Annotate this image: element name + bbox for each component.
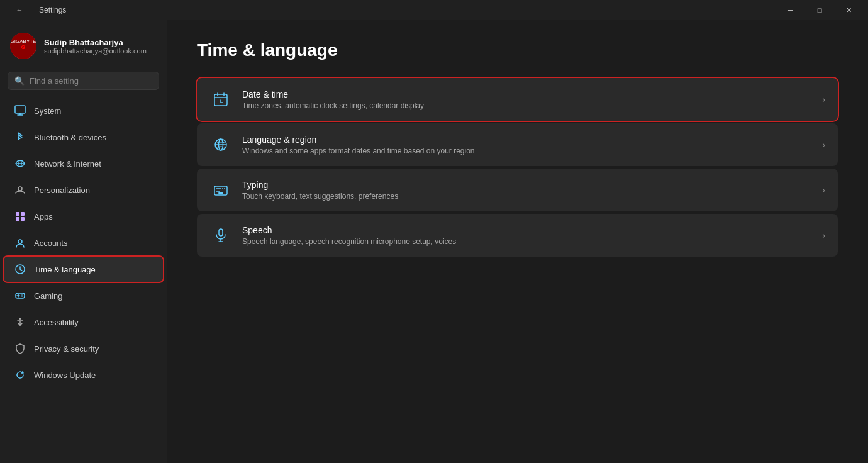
system-icon bbox=[14, 104, 26, 117]
svg-point-13 bbox=[18, 240, 22, 243]
sidebar-label-accessibility: Accessibility bbox=[34, 318, 79, 327]
avatar: GIGABYTE G bbox=[10, 33, 36, 59]
bluetooth-icon bbox=[14, 131, 26, 143]
sidebar-label-privacy: Privacy & security bbox=[34, 344, 99, 354]
sidebar-item-gaming[interactable]: Gaming bbox=[4, 283, 163, 308]
privacy-icon bbox=[14, 342, 26, 355]
svg-rect-9 bbox=[16, 212, 19, 216]
svg-rect-10 bbox=[21, 212, 25, 216]
sidebar-label-bluetooth: Bluetooth & devices bbox=[34, 133, 106, 142]
search-box[interactable]: 🔍 bbox=[8, 72, 159, 90]
titlebar-controls: ─ □ ✕ bbox=[776, 0, 863, 20]
speech-chevron: › bbox=[822, 230, 825, 240]
card-date-time[interactable]: Date & time Time zones, automatic clock … bbox=[197, 78, 838, 121]
sidebar-item-time[interactable]: Time & language bbox=[4, 257, 163, 282]
sidebar-label-accounts: Accounts bbox=[34, 238, 67, 248]
sidebar-item-bluetooth[interactable]: Bluetooth & devices bbox=[4, 125, 163, 150]
minimize-button[interactable]: ─ bbox=[776, 0, 805, 20]
svg-point-19 bbox=[21, 296, 23, 297]
maximize-button[interactable]: □ bbox=[805, 0, 834, 20]
speech-icon bbox=[209, 224, 232, 247]
accessibility-icon bbox=[14, 316, 26, 328]
sidebar-label-system: System bbox=[34, 106, 61, 116]
svg-text:GIGABYTE: GIGABYTE bbox=[11, 38, 36, 44]
personalization-icon bbox=[14, 184, 26, 196]
search-icon: 🔍 bbox=[14, 76, 25, 86]
back-button[interactable]: ← bbox=[5, 0, 34, 20]
svg-point-20 bbox=[19, 318, 21, 320]
date-time-text: Date & time Time zones, automatic clock … bbox=[242, 89, 822, 110]
user-name: Sudip Bhattacharjya bbox=[44, 38, 147, 47]
language-region-icon bbox=[209, 133, 232, 156]
user-email: sudipbhattacharjya@outlook.com bbox=[44, 47, 147, 55]
main-content: Time & language Date & time Time zones, … bbox=[167, 20, 868, 463]
sidebar-item-update[interactable]: Windows Update bbox=[4, 362, 163, 388]
svg-rect-37 bbox=[219, 229, 223, 236]
network-icon bbox=[14, 157, 26, 170]
card-speech[interactable]: Speech Speech language, speech recogniti… bbox=[197, 214, 838, 257]
sidebar-label-gaming: Gaming bbox=[34, 291, 63, 301]
time-icon bbox=[14, 263, 26, 276]
svg-rect-12 bbox=[21, 217, 25, 221]
close-button[interactable]: ✕ bbox=[834, 0, 863, 20]
titlebar: ← Settings ─ □ ✕ bbox=[0, 0, 868, 20]
speech-text: Speech Speech language, speech recogniti… bbox=[242, 225, 822, 246]
speech-desc: Speech language, speech recognition micr… bbox=[242, 237, 822, 246]
sidebar-item-apps[interactable]: Apps bbox=[4, 204, 163, 229]
app-body: GIGABYTE G Sudip Bhattacharjya sudipbhat… bbox=[0, 20, 868, 463]
user-info: Sudip Bhattacharjya sudipbhattacharjya@o… bbox=[44, 38, 147, 55]
user-profile[interactable]: GIGABYTE G Sudip Bhattacharjya sudipbhat… bbox=[0, 20, 167, 69]
svg-point-8 bbox=[18, 187, 22, 191]
language-region-chevron: › bbox=[822, 140, 825, 150]
typing-desc: Touch keyboard, text suggestions, prefer… bbox=[242, 192, 822, 201]
language-region-text: Language & region Windows and some apps … bbox=[242, 135, 822, 155]
language-region-title: Language & region bbox=[242, 135, 822, 145]
titlebar-left: ← Settings bbox=[5, 0, 66, 20]
svg-point-18 bbox=[21, 294, 23, 296]
typing-title: Typing bbox=[242, 180, 822, 190]
sidebar-item-privacy[interactable]: Privacy & security bbox=[4, 336, 163, 361]
sidebar-item-personalization[interactable]: Personalization bbox=[4, 177, 163, 203]
card-language-region[interactable]: Language & region Windows and some apps … bbox=[197, 123, 838, 166]
language-region-desc: Windows and some apps format dates and t… bbox=[242, 147, 822, 155]
sidebar-item-network[interactable]: Network & internet bbox=[4, 151, 163, 176]
sidebar-label-personalization: Personalization bbox=[34, 186, 90, 195]
typing-text: Typing Touch keyboard, text suggestions,… bbox=[242, 180, 822, 201]
titlebar-title: Settings bbox=[39, 6, 66, 14]
sidebar-item-system[interactable]: System bbox=[4, 98, 163, 123]
sidebar-label-network: Network & internet bbox=[34, 159, 101, 169]
sidebar-label-update: Windows Update bbox=[34, 371, 96, 380]
update-icon bbox=[14, 369, 26, 381]
card-typing[interactable]: Typing Touch keyboard, text suggestions,… bbox=[197, 169, 838, 211]
date-time-title: Date & time bbox=[242, 89, 822, 99]
typing-chevron: › bbox=[822, 185, 825, 195]
sidebar-label-apps: Apps bbox=[34, 212, 53, 221]
sidebar-item-accessibility[interactable]: Accessibility bbox=[4, 310, 163, 335]
typing-icon bbox=[209, 179, 232, 201]
date-time-icon bbox=[209, 88, 232, 111]
sidebar-item-accounts[interactable]: Accounts bbox=[4, 230, 163, 255]
sidebar: GIGABYTE G Sudip Bhattacharjya sudipbhat… bbox=[0, 20, 167, 463]
accounts-icon bbox=[14, 237, 26, 249]
search-input[interactable] bbox=[30, 76, 152, 86]
page-title: Time & language bbox=[197, 40, 838, 60]
speech-title: Speech bbox=[242, 225, 822, 235]
svg-rect-3 bbox=[15, 106, 25, 113]
sidebar-label-time: Time & language bbox=[34, 265, 96, 274]
date-time-chevron: › bbox=[822, 94, 825, 104]
svg-rect-11 bbox=[16, 217, 19, 221]
apps-icon bbox=[14, 210, 26, 223]
date-time-desc: Time zones, automatic clock settings, ca… bbox=[242, 101, 822, 110]
gaming-icon bbox=[14, 289, 26, 302]
svg-text:G: G bbox=[21, 44, 25, 50]
